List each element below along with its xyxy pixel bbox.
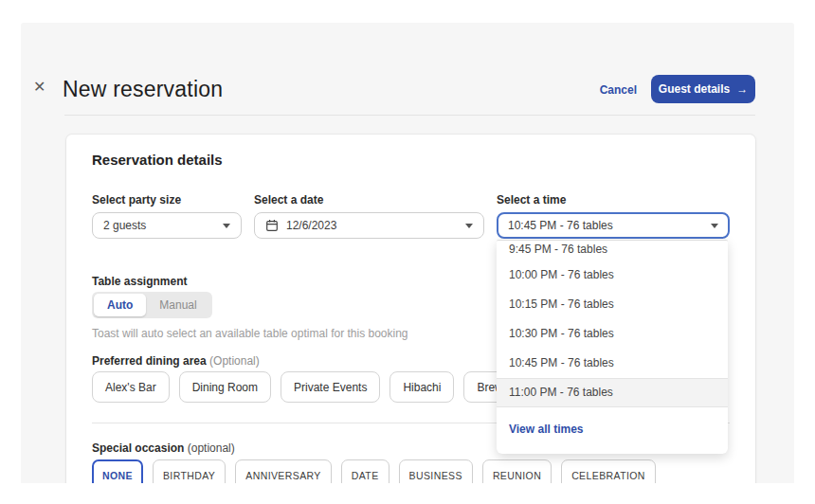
time-value: 10:45 PM - 76 tables: [508, 219, 703, 232]
dining-area-chip[interactable]: Alex's Bar: [92, 371, 170, 403]
guest-details-label: Guest details: [659, 82, 730, 96]
time-option[interactable]: 10:00 PM - 76 tables: [497, 261, 728, 290]
table-assignment-option[interactable]: Manual: [146, 294, 209, 316]
occasion-chip[interactable]: DATE: [341, 459, 389, 483]
dining-area-chip[interactable]: Dining Room: [179, 371, 271, 403]
new-reservation-sheet: ✕ New reservation Cancel Guest details →…: [21, 23, 794, 483]
dining-area-label: Preferred dining area (Optional): [92, 354, 260, 368]
time-select[interactable]: 10:45 PM - 76 tables: [497, 212, 730, 239]
occasion-chip[interactable]: REUNION: [482, 459, 552, 483]
party-size-select[interactable]: 2 guests: [92, 212, 242, 239]
party-size-label: Select party size: [92, 193, 242, 207]
new-reservation-screen: ✕ New reservation Cancel Guest details →…: [0, 0, 815, 504]
table-assignment-label: Table assignment: [92, 275, 187, 288]
calendar-icon: [265, 219, 279, 232]
date-select[interactable]: 12/6/2023: [254, 212, 484, 239]
date-label: Select a date: [254, 193, 484, 207]
chevron-down-icon: [465, 224, 473, 228]
occasion-chip[interactable]: BIRTHDAY: [153, 459, 226, 483]
header-divider: [64, 115, 755, 116]
date-value: 12/6/2023: [286, 219, 458, 232]
time-option[interactable]: 9:45 PM - 76 tables: [497, 241, 728, 261]
occasion-chip[interactable]: NONE: [92, 459, 143, 483]
time-dropdown-footer: View all times: [497, 407, 728, 437]
occasion-chip[interactable]: ANNIVERSARY: [235, 459, 331, 483]
occasion-optional-text: (optional): [188, 441, 235, 455]
time-dropdown-options: 9:45 PM - 76 tables10:00 PM - 76 tables1…: [497, 241, 728, 407]
card-heading: Reservation details: [92, 152, 223, 168]
time-option[interactable]: 11:00 PM - 76 tables: [497, 378, 728, 407]
chevron-down-icon: [223, 224, 230, 228]
time-label: Select a time: [497, 193, 730, 207]
page-title: New reservation: [63, 77, 223, 102]
dining-area-chip[interactable]: Private Events: [281, 371, 380, 403]
dining-area-chip[interactable]: Hibachi: [389, 371, 454, 403]
arrow-right-icon: →: [736, 82, 748, 96]
dining-area-label-text: Preferred dining area: [92, 354, 207, 368]
table-assignment-toggle: AutoManual: [92, 292, 212, 318]
occasion-label: Special occasion (optional): [92, 441, 235, 455]
party-size-value: 2 guests: [103, 219, 215, 232]
view-all-times-link[interactable]: View all times: [509, 423, 584, 436]
occasion-chip[interactable]: BUSINESS: [399, 459, 473, 483]
chevron-down-icon: [711, 224, 718, 228]
occasion-chips: NONEBIRTHDAYANNIVERSARYDATEBUSINESSREUNI…: [92, 459, 656, 483]
guest-details-button[interactable]: Guest details →: [651, 75, 755, 103]
time-option[interactable]: 10:45 PM - 76 tables: [497, 349, 728, 378]
occasion-label-text: Special occasion: [92, 441, 184, 455]
cancel-button[interactable]: Cancel: [600, 83, 637, 97]
table-assignment-option[interactable]: Auto: [94, 294, 146, 316]
close-icon[interactable]: ✕: [33, 80, 45, 95]
dining-area-optional-text: (Optional): [209, 354, 260, 368]
time-dropdown: 9:45 PM - 76 tables10:00 PM - 76 tables1…: [497, 240, 728, 454]
time-option[interactable]: 10:30 PM - 76 tables: [497, 319, 728, 349]
occasion-chip[interactable]: CELEBRATION: [561, 459, 656, 483]
dining-area-chips: Alex's BarDining RoomPrivate EventsHibac…: [92, 371, 557, 403]
time-option[interactable]: 10:15 PM - 76 tables: [497, 290, 728, 319]
table-assignment-helper: Toast will auto select an available tabl…: [92, 327, 408, 340]
